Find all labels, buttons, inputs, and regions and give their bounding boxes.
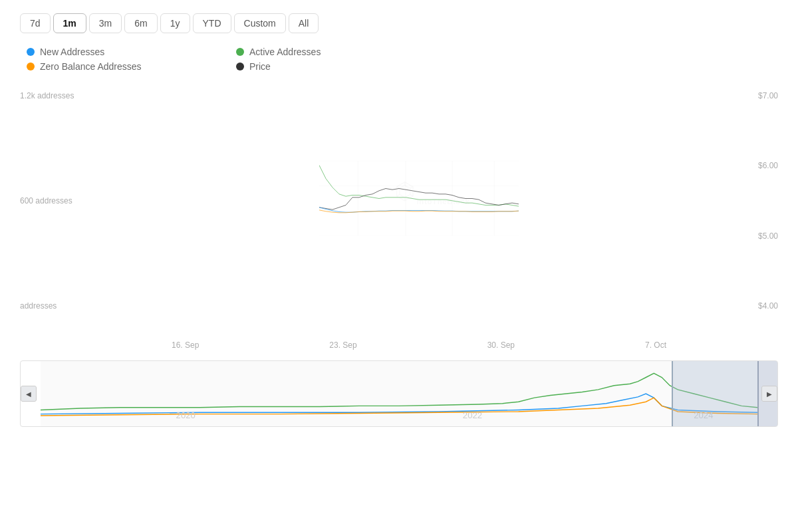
y-left-mid: 600 addresses xyxy=(20,196,100,205)
x-label-sep23: 23. Sep xyxy=(329,340,356,350)
time-btn-all[interactable]: All xyxy=(289,13,319,33)
legend-new-addresses[interactable]: New Addresses xyxy=(27,47,209,57)
svg-line-1 xyxy=(397,194,400,196)
time-range-selector: 7d 1m 3m 6m 1y YTD Custom All xyxy=(20,13,778,33)
time-btn-6m[interactable]: 6m xyxy=(124,13,157,33)
legend-active-addresses[interactable]: Active Addresses xyxy=(236,47,419,57)
svg-text:2022: 2022 xyxy=(463,410,482,420)
y-right-3: $5.00 xyxy=(758,231,778,241)
mini-chart-svg: 2020 2022 2024 xyxy=(41,361,757,426)
x-label-sep16: 16. Sep xyxy=(172,340,199,350)
time-btn-1y[interactable]: 1y xyxy=(160,13,190,33)
svg-line-0 xyxy=(397,187,400,188)
legend-label-price: Price xyxy=(249,61,271,72)
legend-dot-active-addresses xyxy=(236,48,244,56)
legend-dot-new-addresses xyxy=(27,48,35,56)
y-right-4: $4.00 xyxy=(758,301,778,311)
mini-chart-svg-wrapper: 2020 2022 2024 xyxy=(41,361,757,426)
svg-rect-15 xyxy=(41,361,757,426)
x-label-oct7: 7. Oct xyxy=(645,340,666,350)
watermark: IntoTheBlock xyxy=(319,161,519,241)
y-right-2: $6.00 xyxy=(758,161,778,170)
legend-zero-balance-addresses[interactable]: Zero Balance Addresses xyxy=(27,61,209,72)
x-label-sep30: 30. Sep xyxy=(487,340,515,350)
legend-dot-price xyxy=(236,63,244,70)
nav-arrow-right[interactable]: ▶ xyxy=(761,386,777,402)
legend-price[interactable]: Price xyxy=(236,61,419,72)
legend-label-new-addresses: New Addresses xyxy=(40,47,104,57)
svg-line-2 xyxy=(410,187,413,188)
legend-label-active-addresses: Active Addresses xyxy=(249,47,321,57)
chart-svg xyxy=(319,161,519,236)
legend-label-zero-balance: Zero Balance Addresses xyxy=(40,61,142,72)
chart-legend: New Addresses Active Addresses Zero Bala… xyxy=(20,47,419,72)
time-btn-ytd[interactable]: YTD xyxy=(193,13,231,33)
y-right-1: $7.00 xyxy=(758,91,778,100)
mini-chart: ◀ 2020 2022 2024 xyxy=(20,360,778,427)
svg-line-3 xyxy=(410,194,413,196)
time-btn-1m[interactable]: 1m xyxy=(53,13,86,33)
y-axis-right: $7.00 $6.00 $5.00 $4.00 xyxy=(738,88,778,314)
time-btn-custom[interactable]: Custom xyxy=(234,13,286,33)
main-chart-svg: IntoTheBlock xyxy=(100,88,738,314)
y-left-top: 1.2k addresses xyxy=(20,91,100,100)
svg-text:2020: 2020 xyxy=(176,410,196,420)
main-chart-container: 1.2k addresses 600 addresses addresses $… xyxy=(20,88,778,314)
y-axis-left: 1.2k addresses 600 addresses addresses xyxy=(20,88,100,314)
svg-text:IntoTheBlock: IntoTheBlock xyxy=(416,198,469,205)
nav-arrow-left[interactable]: ◀ xyxy=(21,386,37,402)
time-btn-7d[interactable]: 7d xyxy=(20,13,51,33)
legend-dot-zero-balance xyxy=(27,63,35,70)
y-left-bottom: addresses xyxy=(20,301,100,311)
chart-wrapper: 1.2k addresses 600 addresses addresses $… xyxy=(20,88,778,427)
time-btn-3m[interactable]: 3m xyxy=(89,13,122,33)
